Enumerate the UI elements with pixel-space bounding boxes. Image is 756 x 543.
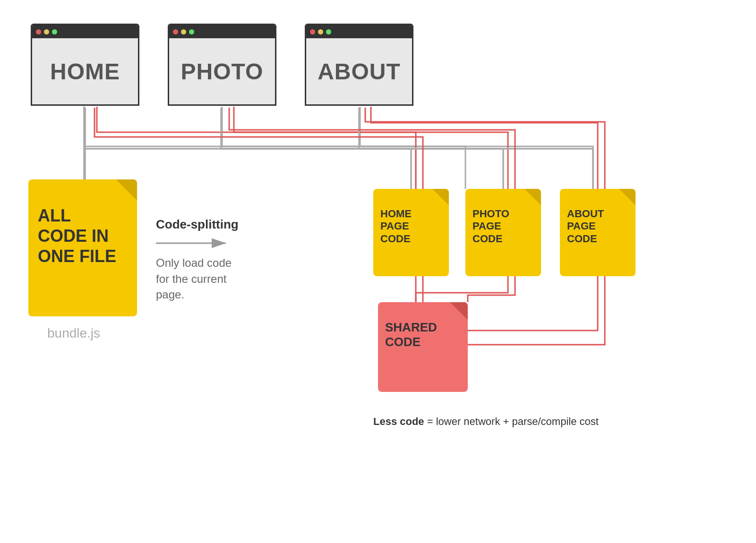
about-page-code-doc: ABOUT PAGE CODE bbox=[560, 189, 636, 276]
photo-page-code-text: PHOTO PAGE CODE bbox=[472, 208, 509, 245]
dot-red-photo bbox=[173, 29, 178, 34]
browser-about-content: ABOUT bbox=[306, 38, 412, 104]
photo-page-code-doc: PHOTO PAGE CODE bbox=[465, 189, 541, 276]
browser-home-titlebar bbox=[32, 25, 138, 38]
about-page-code-text: ABOUT PAGE CODE bbox=[567, 208, 604, 245]
bundle-file: ALL CODE IN ONE FILE bbox=[28, 179, 137, 316]
browser-about: ABOUT bbox=[305, 24, 413, 106]
browser-photo-label: PHOTO bbox=[181, 59, 264, 85]
less-code-footer: Less code = lower network + parse/compil… bbox=[373, 416, 599, 428]
dot-yellow-about bbox=[318, 29, 323, 34]
dot-green-photo bbox=[189, 29, 194, 34]
shared-code-text: SHARED CODE bbox=[385, 320, 437, 349]
home-page-code-doc: HOME PAGE CODE bbox=[373, 189, 449, 276]
browser-home-content: HOME bbox=[32, 38, 138, 104]
browser-photo-titlebar bbox=[169, 25, 275, 38]
browser-photo-content: PHOTO bbox=[169, 38, 275, 104]
dot-yellow-home bbox=[44, 29, 49, 34]
browser-about-titlebar bbox=[306, 25, 412, 38]
code-splitting-title: Code-splitting bbox=[156, 217, 239, 232]
less-code-rest: = lower network + parse/compile cost bbox=[424, 416, 599, 427]
browser-photo: PHOTO bbox=[168, 24, 276, 106]
diagram-container: HOME PHOTO ABOUT ALL CODE IN ONE FILE bbox=[0, 0, 756, 543]
code-splitting-arrow bbox=[156, 236, 232, 250]
dot-green-home bbox=[52, 29, 57, 34]
arrow-svg bbox=[156, 236, 232, 250]
code-splitting-description: Only load code for the current page. bbox=[156, 255, 232, 303]
bundle-js-label: bundle.js bbox=[47, 326, 100, 341]
less-code-bold: Less code bbox=[373, 416, 424, 427]
bundle-file-text: ALL CODE IN ONE FILE bbox=[38, 205, 116, 267]
browser-home-label: HOME bbox=[50, 59, 120, 85]
dot-yellow-photo bbox=[181, 29, 186, 34]
dot-red-home bbox=[36, 29, 41, 34]
dot-green-about bbox=[326, 29, 331, 34]
browser-home: HOME bbox=[31, 24, 139, 106]
home-page-code-text: HOME PAGE CODE bbox=[380, 208, 412, 245]
browser-about-label: ABOUT bbox=[318, 59, 401, 85]
shared-code-doc: SHARED CODE bbox=[378, 302, 468, 392]
dot-red-about bbox=[310, 29, 315, 34]
